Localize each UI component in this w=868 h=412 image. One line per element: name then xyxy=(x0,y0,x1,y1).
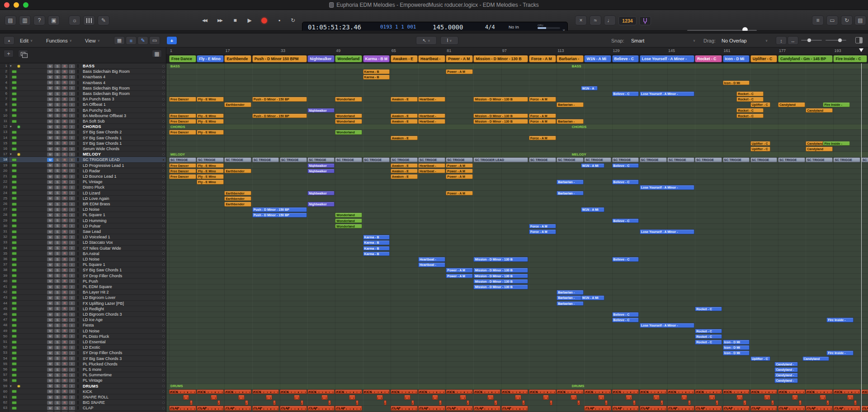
folder-region[interactable] xyxy=(169,64,868,69)
record-enable-button[interactable]: R xyxy=(61,257,68,261)
mute-button[interactable]: M xyxy=(47,362,53,366)
input-monitor-button[interactable]: I xyxy=(69,329,75,333)
track-row[interactable]: 61MSRISNARE ROLL xyxy=(0,394,166,400)
region-clip[interactable] xyxy=(301,400,303,405)
track-row[interactable]: 26MSRIBR EDM Brass xyxy=(0,201,166,207)
record-enable-button[interactable]: R xyxy=(61,307,68,311)
track-row[interactable]: 46MSRILD Bigroom Chords 3 xyxy=(0,312,166,317)
track-row[interactable]: 36MSRILD Noise xyxy=(0,256,166,262)
region-clip[interactable]: Free Dancer xyxy=(169,97,196,102)
region-clip[interactable]: Free Dancer xyxy=(169,114,196,118)
region-clip[interactable]: Candyland xyxy=(806,147,833,152)
solo-button[interactable]: S xyxy=(54,251,61,256)
region-clip[interactable]: W1N - A xyxy=(581,86,598,91)
region-clip[interactable]: Lose Yourself - A Minor - xyxy=(640,185,694,190)
input-monitor-button[interactable]: I xyxy=(69,334,75,338)
region-clip[interactable]: KICK xyxy=(861,389,868,394)
region-clip[interactable]: Power - A M xyxy=(446,174,473,179)
solo-button[interactable]: S xyxy=(54,274,61,278)
region-clip[interactable]: KICK xyxy=(584,389,611,394)
region-clip[interactable]: Heartbeat - xyxy=(418,97,445,102)
record-enable-button[interactable]: R xyxy=(61,92,68,96)
input-monitor-button[interactable]: I xyxy=(69,125,75,129)
region-clip[interactable]: Awaken - E xyxy=(391,97,418,102)
view-menu[interactable]: View∨ xyxy=(85,33,100,47)
mute-button[interactable]: M xyxy=(47,213,53,217)
mute-button[interactable]: M xyxy=(47,406,53,410)
region-clip[interactable] xyxy=(716,400,718,405)
input-monitor-button[interactable]: I xyxy=(69,307,75,311)
record-enable-button[interactable]: R xyxy=(61,351,68,355)
track-row[interactable]: 20MSRILD Radar xyxy=(0,168,166,174)
solo-button[interactable]: S xyxy=(54,323,61,327)
stop-button[interactable]: ■ xyxy=(229,16,241,25)
region-clip[interactable]: Karma - B xyxy=(363,69,390,74)
arrangement-marker[interactable]: Candyland - Gm - 145 BP xyxy=(778,55,833,62)
region-clip[interactable]: Push - D Minor - 150 BP xyxy=(252,207,307,212)
region-clip[interactable]: CLAP xyxy=(861,406,868,411)
mute-button[interactable]: M xyxy=(47,241,53,245)
track-row[interactable]: 17▾MSRIMELODY xyxy=(0,152,166,157)
region-clip[interactable]: Karma - B xyxy=(363,251,390,256)
hide-toolbar-button[interactable]: ▲ xyxy=(4,36,14,45)
solo-button[interactable]: S xyxy=(54,97,61,101)
region-clip[interactable]: SC TRIGGE xyxy=(224,157,251,162)
mixer-button[interactable] xyxy=(83,15,95,25)
region-clip[interactable]: Candyland xyxy=(778,102,805,107)
input-monitor-button[interactable]: I xyxy=(69,147,75,151)
region-clip[interactable]: CLAP xyxy=(252,406,279,411)
disclosure-triangle-icon[interactable]: ▾ xyxy=(10,152,12,157)
record-enable-button[interactable]: R xyxy=(61,175,68,179)
record-enable-button[interactable]: R xyxy=(61,251,68,256)
solo-button[interactable]: S xyxy=(54,141,61,145)
mute-button[interactable]: M xyxy=(47,263,53,267)
region-clip[interactable]: Icon - D Mi xyxy=(723,350,750,355)
input-monitor-button[interactable]: I xyxy=(69,389,75,393)
region-clip[interactable]: KICK xyxy=(667,389,694,394)
region-clip[interactable]: Heartbeat - xyxy=(418,262,445,267)
input-monitor-button[interactable]: I xyxy=(69,86,75,90)
region-clip[interactable]: SC TRIGGE xyxy=(778,157,805,162)
region-clip[interactable] xyxy=(792,395,798,400)
track-row[interactable]: 62MSRIBIG SNARE xyxy=(0,400,166,405)
region-clip[interactable]: CLAP xyxy=(612,406,639,411)
input-monitor-button[interactable]: I xyxy=(69,241,75,245)
solo-button[interactable]: S xyxy=(54,81,61,85)
mute-button[interactable]: M xyxy=(47,340,53,344)
track-header-options-button[interactable]: ▦ xyxy=(152,50,162,57)
command-click-tool-menu[interactable]: I∨ xyxy=(440,36,458,45)
solo-button[interactable]: S xyxy=(54,406,61,410)
input-monitor-button[interactable]: I xyxy=(69,180,75,184)
region-clip[interactable]: Wonderland xyxy=(335,224,362,229)
solo-button[interactable]: S xyxy=(54,196,61,200)
arrangement-marker[interactable]: Awaken - E xyxy=(391,55,418,62)
solo-button[interactable]: S xyxy=(54,86,61,90)
region-clip[interactable]: Believe - C xyxy=(612,312,639,317)
record-enable-button[interactable]: R xyxy=(61,103,68,107)
mute-button[interactable]: M xyxy=(47,323,53,327)
region-clip[interactable]: Earthbender xyxy=(224,102,251,107)
mute-button[interactable]: M xyxy=(47,152,53,156)
solo-button[interactable]: S xyxy=(54,208,61,212)
mute-button[interactable]: M xyxy=(47,268,53,272)
arrangement-marker[interactable]: Heartbeat - xyxy=(418,55,445,62)
region-clip[interactable]: CLAP xyxy=(197,406,224,411)
list-editors-button[interactable]: ≡ xyxy=(812,15,824,25)
region-clip[interactable] xyxy=(799,400,802,405)
input-monitor-button[interactable]: I xyxy=(69,290,75,294)
solo-button[interactable]: S xyxy=(54,202,61,206)
region-clip[interactable]: KICK xyxy=(612,389,639,394)
region-clip[interactable]: CLAP xyxy=(169,406,196,411)
region-clip[interactable]: Heartbeat - xyxy=(418,257,445,262)
track-row[interactable]: 43MSRILD Bigroom Lover xyxy=(0,295,166,300)
region-clip[interactable]: CLAP xyxy=(501,406,528,411)
solo-button[interactable]: S xyxy=(54,119,61,123)
input-monitor-button[interactable]: I xyxy=(69,395,75,399)
record-enable-button[interactable]: R xyxy=(61,136,68,140)
track-row[interactable]: 54MSRISY Big Saw Chords 3 xyxy=(0,356,166,361)
region-clip[interactable]: Force - A M xyxy=(529,136,556,141)
region-clip[interactable]: Uplifter - C xyxy=(750,102,770,107)
region-clip[interactable]: SC TRIGGE xyxy=(446,157,473,162)
lcd-time-signature[interactable]: 4/4 xyxy=(485,24,506,31)
region-clip[interactable]: Uplifter - C xyxy=(750,141,770,146)
